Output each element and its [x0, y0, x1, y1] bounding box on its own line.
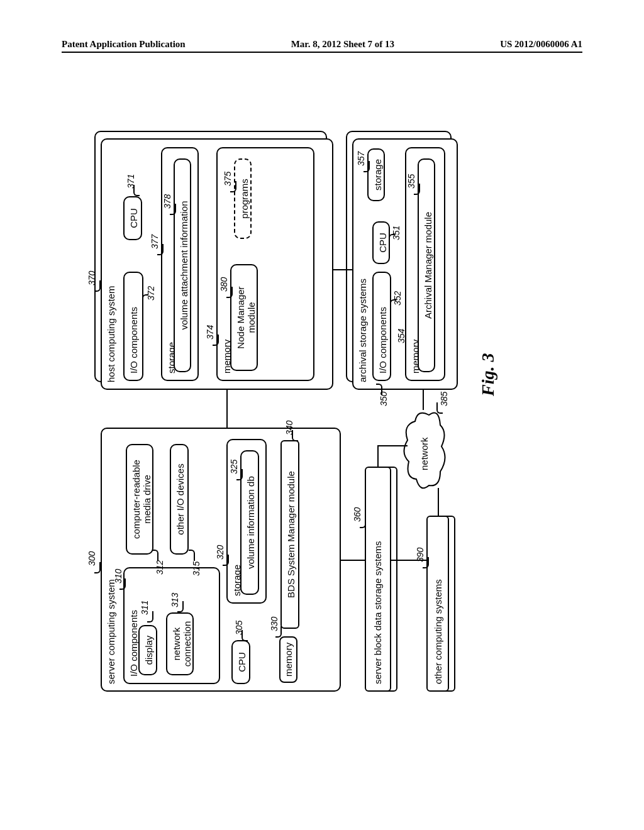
node-manager-box: Node Manager module — [230, 264, 258, 371]
hook-icon — [170, 204, 176, 215]
header-left: Patent Application Publication — [62, 39, 186, 50]
hook-icon — [119, 578, 126, 590]
connector-line — [391, 560, 426, 561]
volume-db-box: volume information db — [240, 450, 259, 595]
hook-icon — [94, 280, 101, 292]
server-cpu-label: CPU — [236, 652, 247, 672]
ocs-label: other computing systems — [433, 579, 443, 684]
archival-system-title: archival storage systems — [357, 279, 368, 382]
programs-label: programs — [239, 179, 250, 218]
hook-icon — [275, 626, 282, 638]
hook-icon — [147, 611, 153, 622]
hook-icon — [414, 184, 420, 195]
hook-icon — [389, 234, 395, 245]
hook-icon — [142, 294, 148, 306]
connector-line — [333, 269, 352, 270]
other-io-box: other I/O devices — [170, 444, 189, 555]
bds-module-label: BDS System Manager module — [286, 471, 296, 598]
figure-label: Fig. 3 — [478, 353, 498, 396]
volume-db-label: volume information db — [245, 476, 256, 569]
io-components-label: I/O components — [128, 610, 139, 677]
other-computing-systems: other computing systems — [426, 516, 449, 692]
network-connection-box: network connection — [166, 612, 194, 675]
display-box: display — [138, 625, 157, 675]
host-io-box: I/O components — [123, 272, 143, 381]
volume-attachment-label: volume attachment information — [179, 201, 189, 329]
hook-icon — [157, 244, 164, 255]
network-connection-label: network connection — [171, 621, 192, 667]
hook-icon — [390, 299, 396, 311]
hook-icon — [230, 181, 236, 192]
hook-icon — [364, 161, 370, 172]
archival-storage-box: storage — [367, 148, 385, 201]
archival-manager-label: Archival Manager module — [423, 212, 433, 319]
connector-line — [438, 488, 439, 516]
ref-354: 354 — [396, 329, 406, 343]
ref-312: 312 — [155, 560, 165, 575]
network-label: network — [419, 437, 430, 470]
hook-icon — [152, 550, 158, 561]
hook-icon — [189, 550, 195, 561]
sbd-label: server block data storage systems — [372, 541, 383, 684]
hook-icon — [213, 335, 219, 346]
media-drive-box: computer-readable media drive — [126, 444, 153, 555]
host-io-label: I/O components — [128, 307, 139, 374]
header-right: US 2012/0060006 A1 — [500, 39, 582, 50]
node-manager-label: Node Manager module — [235, 286, 257, 348]
figure-area: server computing system 300 I/O componen… — [31, 195, 597, 622]
figure-canvas: server computing system 300 I/O componen… — [101, 126, 528, 692]
archival-storage-label: storage — [372, 159, 383, 191]
connector-line — [377, 445, 379, 467]
hook-icon — [423, 557, 429, 568]
hook-icon — [226, 287, 233, 298]
bds-module-box: BDS System Manager module — [280, 440, 299, 629]
hook-icon — [360, 517, 366, 528]
host-cpu-label: CPU — [128, 208, 139, 228]
hook-icon — [242, 630, 248, 641]
server-system-title: server computing system — [106, 579, 116, 684]
connector-line — [423, 390, 424, 410]
hook-icon — [236, 469, 243, 480]
server-cpu-box: CPU — [231, 640, 250, 684]
archival-manager-box: Archival Manager module — [418, 158, 435, 372]
connector-line — [377, 445, 408, 446]
hook-icon — [94, 562, 101, 573]
other-io-label: other I/O devices — [175, 463, 186, 534]
hook-icon — [133, 185, 140, 196]
page-header: Patent Application Publication Mar. 8, 2… — [62, 39, 582, 53]
archival-io-box: I/O components — [372, 272, 391, 381]
hook-icon — [177, 601, 184, 612]
server-memory-box: memory — [279, 636, 297, 683]
hook-icon — [223, 555, 229, 566]
connector-line — [226, 390, 228, 428]
media-drive-label: computer-readable media drive — [131, 460, 152, 539]
connector-line — [341, 560, 365, 561]
archival-cpu-box: CPU — [372, 221, 390, 264]
hook-icon — [292, 430, 298, 441]
hook-icon — [436, 402, 443, 414]
header-center: Mar. 8, 2012 Sheet 7 of 13 — [291, 39, 394, 50]
host-cpu-box: CPU — [123, 196, 142, 240]
ref-315: 315 — [191, 562, 201, 576]
server-block-data-storage-systems: server block data storage systems — [365, 467, 391, 692]
host-system-title: host computing system — [106, 286, 116, 382]
server-memory-label: memory — [283, 643, 294, 677]
hook-icon — [376, 384, 382, 395]
volume-attachment-box: volume attachment information — [174, 158, 191, 372]
programs-box: programs — [234, 158, 252, 239]
archival-cpu-label: CPU — [377, 233, 388, 253]
archival-io-label: I/O components — [377, 307, 388, 374]
display-label: display — [143, 636, 154, 665]
